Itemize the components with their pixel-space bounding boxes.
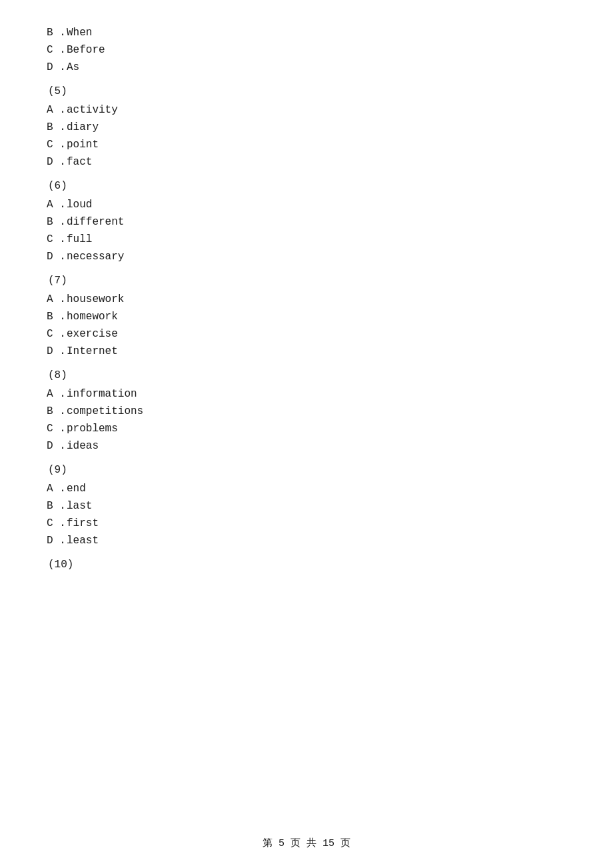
option-text: competitions xyxy=(67,405,143,417)
option-letter: D . xyxy=(47,251,67,263)
option-line: B . When xyxy=(47,27,566,39)
option-line: B . last xyxy=(47,500,566,512)
option-text: exercise xyxy=(67,328,118,340)
option-letter: B . xyxy=(47,311,67,323)
option-letter: A . xyxy=(47,293,67,305)
option-line: C . exercise xyxy=(47,328,566,340)
option-text: When xyxy=(67,27,92,39)
option-text: activity xyxy=(67,104,118,116)
option-letter: D . xyxy=(47,156,67,168)
option-text: ideas xyxy=(67,440,99,452)
option-text: Before xyxy=(67,44,105,56)
option-line: A . end xyxy=(47,483,566,495)
option-line: B . competitions xyxy=(47,405,566,417)
page-footer: 第 5 页 共 15 页 xyxy=(0,837,613,849)
option-text: information xyxy=(67,388,137,400)
option-letter: D . xyxy=(47,535,67,547)
option-letter: B . xyxy=(47,216,67,228)
option-letter: C . xyxy=(47,44,67,56)
page-number: 第 5 页 共 15 页 xyxy=(263,838,350,849)
option-letter: D . xyxy=(47,61,67,73)
option-text: diary xyxy=(67,121,99,133)
option-line: B . different xyxy=(47,216,566,228)
option-text: different xyxy=(67,216,124,228)
option-text: loud xyxy=(67,199,92,211)
option-line: B . homework xyxy=(47,311,566,323)
option-line: C . point xyxy=(47,139,566,151)
section-header: (9) xyxy=(47,464,566,476)
section-header: (10) xyxy=(47,559,566,571)
option-letter: A . xyxy=(47,199,67,211)
option-letter: A . xyxy=(47,104,67,116)
option-letter: A . xyxy=(47,483,67,495)
option-line: A . housework xyxy=(47,293,566,305)
option-line: D . fact xyxy=(47,156,566,168)
option-text: homework xyxy=(67,311,118,323)
option-line: A . loud xyxy=(47,199,566,211)
option-line: D . ideas xyxy=(47,440,566,452)
option-text: necessary xyxy=(67,251,124,263)
option-line: D . Internet xyxy=(47,345,566,357)
option-text: last xyxy=(67,500,92,512)
option-letter: B . xyxy=(47,121,67,133)
option-letter: A . xyxy=(47,388,67,400)
option-text: least xyxy=(67,535,99,547)
option-letter: D . xyxy=(47,440,67,452)
option-text: As xyxy=(67,61,79,73)
section-header: (5) xyxy=(47,85,566,97)
main-content: B . WhenC . BeforeD . As(5)A . activityB… xyxy=(0,0,613,617)
option-text: point xyxy=(67,139,99,151)
option-line: C . full xyxy=(47,233,566,245)
option-letter: B . xyxy=(47,500,67,512)
option-letter: B . xyxy=(47,27,67,39)
option-line: D . As xyxy=(47,61,566,73)
option-letter: C . xyxy=(47,233,67,245)
option-text: first xyxy=(67,517,99,529)
option-letter: C . xyxy=(47,423,67,435)
option-letter: C . xyxy=(47,517,67,529)
option-letter: B . xyxy=(47,405,67,417)
option-text: full xyxy=(67,233,92,245)
option-line: A . activity xyxy=(47,104,566,116)
option-text: Internet xyxy=(67,345,118,357)
option-line: D . necessary xyxy=(47,251,566,263)
section-header: (6) xyxy=(47,180,566,192)
option-letter: C . xyxy=(47,139,67,151)
option-text: housework xyxy=(67,293,124,305)
option-line: C . problems xyxy=(47,423,566,435)
option-line: C . first xyxy=(47,517,566,529)
section-header: (8) xyxy=(47,369,566,381)
option-letter: C . xyxy=(47,328,67,340)
option-text: problems xyxy=(67,423,118,435)
option-line: A . information xyxy=(47,388,566,400)
option-line: D . least xyxy=(47,535,566,547)
option-text: fact xyxy=(67,156,92,168)
option-line: B . diary xyxy=(47,121,566,133)
option-letter: D . xyxy=(47,345,67,357)
option-text: end xyxy=(67,483,86,495)
option-line: C . Before xyxy=(47,44,566,56)
section-header: (7) xyxy=(47,275,566,287)
